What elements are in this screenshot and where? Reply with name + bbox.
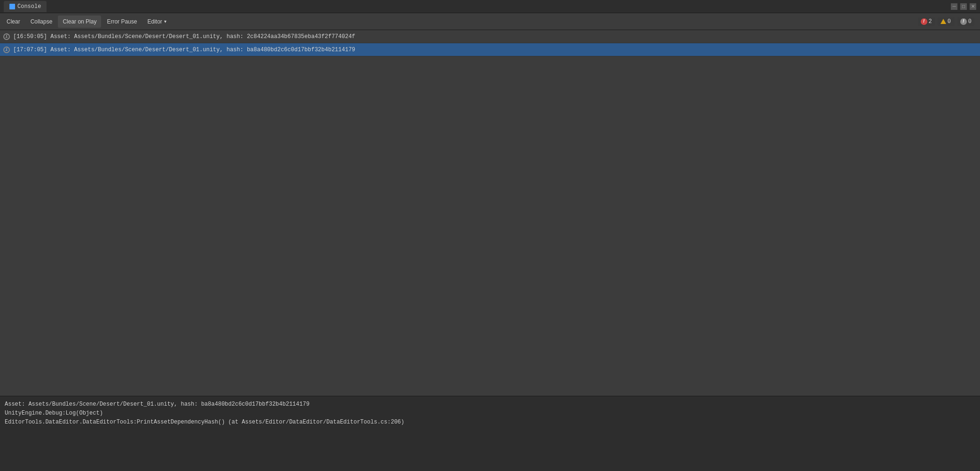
log-type-icon: i <box>3 33 10 40</box>
clear-on-play-button[interactable]: Clear on Play <box>58 16 101 28</box>
editor-label: Editor <box>147 18 162 25</box>
maximize-button[interactable]: □ <box>960 3 967 10</box>
editor-chevron-icon: ▾ <box>164 19 166 24</box>
log-type-icon: i <box>3 46 10 54</box>
editor-button[interactable]: Editor ▾ <box>142 16 171 28</box>
log-row[interactable]: i[16:50:05] Asset: Assets/Bundles/Scene/… <box>0 30 980 43</box>
clear-on-play-label: Clear on Play <box>63 18 96 25</box>
close-button[interactable]: ✕ <box>970 3 976 10</box>
collapse-label: Collapse <box>31 18 53 25</box>
clear-button[interactable]: Clear <box>2 16 25 28</box>
detail-line-2: UnityEngine.Debug:Log(Object) <box>5 409 975 418</box>
log-list[interactable]: i[16:50:05] Asset: Assets/Bundles/Scene/… <box>0 30 980 396</box>
detail-line-1: Asset: Assets/Bundles/Scene/Desert/Deser… <box>5 400 975 409</box>
clear-label: Clear <box>7 18 20 25</box>
title-bar-left: Console <box>4 1 47 12</box>
collapse-button[interactable]: Collapse <box>26 16 57 28</box>
info-count: 0 <box>968 18 972 25</box>
error-pause-button[interactable]: Error Pause <box>102 16 142 28</box>
info-icon: i <box>3 33 10 40</box>
detail-panel: Asset: Assets/Bundles/Scene/Desert/Deser… <box>0 396 980 471</box>
title-bar: Console ─ □ ✕ <box>0 0 980 13</box>
error-count: 2 <box>929 18 932 25</box>
error-badge-icon: ! <box>921 18 927 25</box>
error-pause-label: Error Pause <box>107 18 137 25</box>
log-message: [17:07:05] Asset: Assets/Bundles/Scene/D… <box>13 47 355 53</box>
log-row[interactable]: i[17:07:05] Asset: Assets/Bundles/Scene/… <box>0 43 980 56</box>
window-controls: ─ □ ✕ <box>951 3 976 10</box>
warning-badge-icon <box>940 19 946 24</box>
info-badge-icon: ! <box>960 18 967 25</box>
console-tab-label: Console <box>17 3 41 10</box>
toolbar: Clear Collapse Clear on Play Error Pause… <box>0 13 980 30</box>
toolbar-left: Clear Collapse Clear on Play Error Pause… <box>2 16 171 28</box>
toolbar-right: ! 2 0 ! 0 <box>918 17 978 26</box>
detail-line-3: EditorTools.DataEditor.DataEditorTools:P… <box>5 418 975 427</box>
console-window: Console ─ □ ✕ Clear Collapse Clear on Pl… <box>0 0 980 471</box>
warning-badge[interactable]: 0 <box>938 17 955 26</box>
console-tab[interactable]: Console <box>4 1 47 12</box>
warning-count: 0 <box>948 18 951 25</box>
info-badge[interactable]: ! 0 <box>957 17 974 26</box>
error-badge[interactable]: ! 2 <box>918 17 935 26</box>
log-message: [16:50:05] Asset: Assets/Bundles/Scene/D… <box>13 33 355 40</box>
info-icon: i <box>3 47 10 53</box>
minimize-button[interactable]: ─ <box>951 3 957 10</box>
console-tab-icon <box>9 4 15 9</box>
